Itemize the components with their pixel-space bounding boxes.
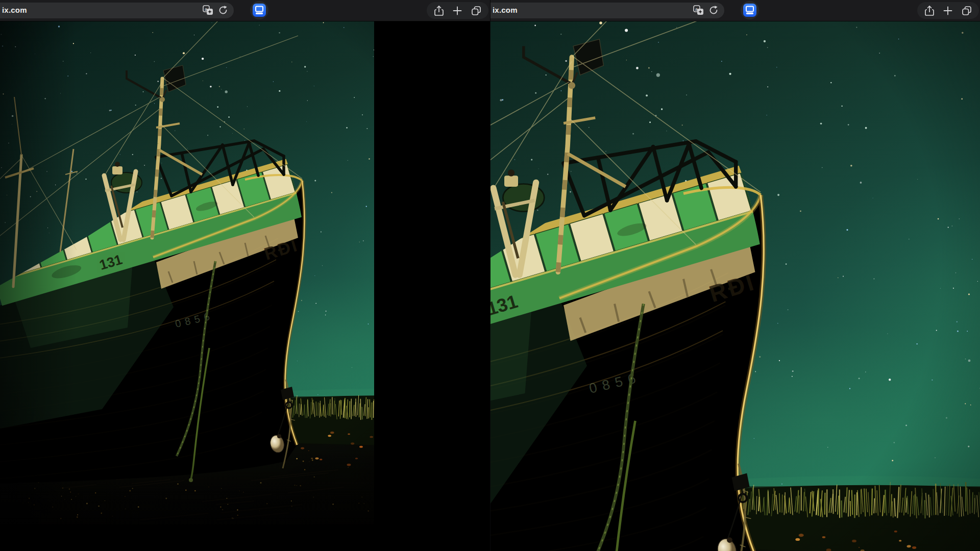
translate-icon[interactable]: a bbox=[693, 5, 704, 16]
browser-toolbar: ix.com a bbox=[0, 0, 490, 21]
toolbar-actions-group bbox=[917, 2, 979, 19]
share-icon[interactable] bbox=[924, 5, 935, 16]
web-extension-icon[interactable] bbox=[253, 4, 266, 17]
boat-photo-fit bbox=[0, 21, 374, 524]
desktop: ix.com a bbox=[0, 0, 980, 551]
toolbar-actions-group bbox=[427, 2, 488, 19]
share-icon[interactable] bbox=[433, 5, 445, 16]
url-text[interactable]: ix.com bbox=[493, 6, 518, 14]
web-extension-icon[interactable] bbox=[743, 4, 756, 17]
address-bar[interactable]: ix.com a bbox=[0, 3, 234, 18]
browser-window-left: ix.com a bbox=[0, 0, 490, 551]
translate-icon[interactable]: a bbox=[202, 5, 213, 16]
page-content bbox=[0, 21, 490, 551]
reload-icon[interactable] bbox=[217, 5, 229, 16]
extension-button-background[interactable] bbox=[741, 1, 759, 19]
browser-toolbar: ix.com a bbox=[491, 0, 980, 21]
extension-button-background[interactable] bbox=[250, 1, 268, 19]
new-tab-plus-icon[interactable] bbox=[452, 5, 463, 16]
new-tab-plus-icon[interactable] bbox=[942, 5, 953, 16]
tab-overview-icon[interactable] bbox=[961, 5, 972, 16]
tab-overview-icon[interactable] bbox=[471, 5, 482, 16]
boat-photo-zoomed bbox=[491, 21, 980, 551]
url-text[interactable]: ix.com bbox=[2, 6, 27, 14]
page-content bbox=[491, 21, 980, 551]
reload-icon[interactable] bbox=[708, 5, 719, 16]
address-bar[interactable]: ix.com a bbox=[490, 3, 724, 18]
browser-window-right: ix.com a bbox=[490, 0, 980, 551]
